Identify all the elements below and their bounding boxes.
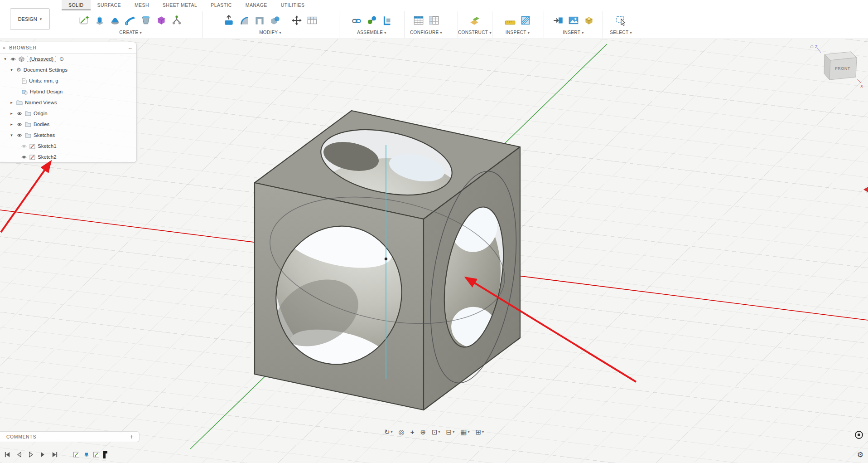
derive-icon[interactable] [170, 14, 183, 27]
timeline-playhead[interactable] [103, 451, 106, 458]
browser-item-document[interactable]: ▾ (Unsaved) ⊙ [0, 54, 136, 64]
create-dropdown[interactable]: CREATE▾ [61, 30, 200, 35]
browser-item-bodies[interactable]: ▸ Bodies [0, 119, 136, 130]
assistant-badge[interactable] [855, 431, 863, 439]
chevron-right-icon[interactable]: ▸ [9, 100, 14, 105]
timeline-play-button[interactable] [27, 451, 35, 458]
move-icon[interactable] [290, 14, 304, 27]
grid-settings[interactable]: ▦▾ [460, 429, 469, 435]
look-at-tool[interactable]: ◎ [399, 429, 405, 435]
extrude-icon[interactable] [93, 14, 106, 27]
insert-dropdown[interactable]: INSERT▾ [544, 30, 603, 35]
orbit-tool[interactable]: ↻▾ [384, 429, 393, 435]
visibility-eye-icon[interactable] [16, 111, 23, 117]
tab-surface[interactable]: SURFACE [91, 0, 128, 10]
configure-dropdown[interactable]: CONFIGURE▾ [405, 30, 448, 35]
zoom-icon: ⊕ [420, 429, 426, 435]
viewport-layout[interactable]: ⊞▾ [475, 429, 484, 435]
new-component-icon[interactable] [350, 14, 363, 27]
tab-utilities[interactable]: UTILITIES [274, 0, 312, 10]
assemble-dropdown[interactable]: ASSEMBLE▾ [339, 30, 404, 35]
browser-item-hybrid-design[interactable]: Hybrid Design [0, 86, 136, 97]
measure-icon[interactable] [503, 14, 517, 27]
home-icon[interactable]: ⌂ [810, 43, 814, 49]
collapse-panel-icon[interactable]: « [3, 45, 5, 50]
toolbar: DESIGN ▾ SOLID SURFACE MESH SHEET METAL … [0, 0, 868, 39]
visibility-eye-icon[interactable] [16, 122, 23, 127]
insert-mcmaster-icon[interactable] [582, 14, 596, 27]
browser-item-named-views[interactable]: ▸ Named Views [0, 97, 136, 108]
view-cube-svg[interactable]: FRONT Z X [811, 44, 864, 93]
browser-item-sketch1[interactable]: Sketch1 [0, 141, 136, 151]
timeline-skip-start-button[interactable] [4, 451, 11, 458]
rigid-group-icon[interactable] [381, 14, 394, 27]
select-dropdown[interactable]: SELECT▾ [603, 30, 639, 35]
zoom-tool[interactable]: ⊕ [420, 429, 426, 435]
loft-icon[interactable] [139, 14, 153, 27]
browser-item-origin[interactable]: ▸ Origin [0, 108, 136, 119]
insert-derive-icon[interactable] [551, 14, 565, 27]
pan-tool[interactable]: + [410, 429, 415, 435]
inspect-dropdown[interactable]: INSPECT▾ [492, 30, 543, 35]
tab-solid[interactable]: SOLID [62, 0, 91, 10]
primitive-box-icon[interactable] [154, 14, 168, 27]
document-name[interactable]: (Unsaved) [27, 56, 56, 62]
timeline-feature-sketch1[interactable] [72, 450, 81, 458]
ribbon-group-create: CREATE▾ [61, 11, 200, 38]
construct-dropdown[interactable]: CONSTRUCT▾ [458, 30, 491, 35]
joint-icon[interactable] [365, 14, 379, 27]
configure-table-icon[interactable] [412, 14, 425, 27]
create-sketch-icon[interactable] [77, 14, 91, 27]
panel-drag-handle[interactable]: -- [129, 45, 132, 50]
timeline-feature-sketch2[interactable] [92, 450, 101, 458]
insert-canvas-icon[interactable] [567, 14, 580, 27]
chevron-right-icon[interactable]: ▸ [9, 111, 14, 116]
chevron-down-icon[interactable]: ▾ [3, 57, 8, 61]
activate-component-icon[interactable]: ⊙ [59, 56, 64, 62]
browser-item-document-settings[interactable]: ▾ ⚙ Document Settings [0, 64, 136, 75]
fillet-icon[interactable] [237, 14, 251, 27]
tab-mesh[interactable]: MESH [128, 0, 156, 10]
timeline-step-forward-button[interactable] [39, 451, 47, 458]
tab-sheet-metal[interactable]: SHEET METAL [156, 0, 204, 10]
add-comment-button[interactable]: + [130, 433, 134, 440]
construction-plane-icon[interactable] [468, 14, 482, 27]
timeline-step-back-button[interactable] [15, 451, 23, 458]
timeline-features [72, 450, 106, 458]
display-settings[interactable]: ⊟▾ [446, 429, 455, 435]
workspace-switcher-button[interactable]: DESIGN ▾ [10, 8, 50, 30]
visibility-eye-icon[interactable] [10, 56, 16, 62]
visibility-eye-icon[interactable] [21, 143, 27, 149]
select-icon[interactable] [614, 14, 628, 27]
shell-icon[interactable] [253, 14, 266, 27]
tab-plastic[interactable]: PLASTIC [204, 0, 239, 10]
section-analysis-icon[interactable] [519, 14, 532, 27]
browser-item-units[interactable]: Units: mm, g [0, 75, 136, 86]
press-pull-icon[interactable] [222, 14, 236, 27]
combine-icon[interactable] [268, 14, 282, 27]
timeline-feature-extrude[interactable] [82, 450, 91, 458]
chevron-down-icon[interactable]: ▾ [9, 68, 14, 72]
settings-gear-icon[interactable]: ⚙ [857, 450, 863, 459]
sweep-icon[interactable] [124, 14, 137, 27]
parameters-icon[interactable] [305, 14, 319, 27]
visibility-eye-icon[interactable] [21, 154, 27, 160]
configuration-columns-icon[interactable] [427, 14, 441, 27]
chevron-down-icon[interactable]: ▾ [9, 133, 14, 137]
workspace-label: DESIGN [18, 16, 37, 22]
chevron-down-icon: ▾ [453, 430, 454, 434]
modify-dropdown[interactable]: MODIFY▾ [203, 30, 338, 35]
timeline-skip-end-button[interactable] [51, 451, 58, 458]
item-label: Origin [34, 111, 48, 116]
browser-item-sketch2[interactable]: Sketch2 [0, 151, 136, 162]
revolve-icon[interactable] [108, 14, 122, 27]
browser-item-sketches[interactable]: ▾ Sketches [0, 130, 136, 141]
window-zoom-tool[interactable]: ⊡▾ [432, 429, 440, 435]
origin-point[interactable] [385, 258, 387, 260]
visibility-eye-icon[interactable] [16, 132, 23, 138]
chevron-right-icon[interactable]: ▸ [9, 122, 14, 127]
comments-panel[interactable]: COMMENTS + [0, 431, 140, 442]
tab-manage[interactable]: MANAGE [239, 0, 274, 10]
view-cube[interactable]: ⌂ FRONT Z X [811, 44, 864, 93]
viewports-icon: ⊞ [475, 429, 481, 435]
